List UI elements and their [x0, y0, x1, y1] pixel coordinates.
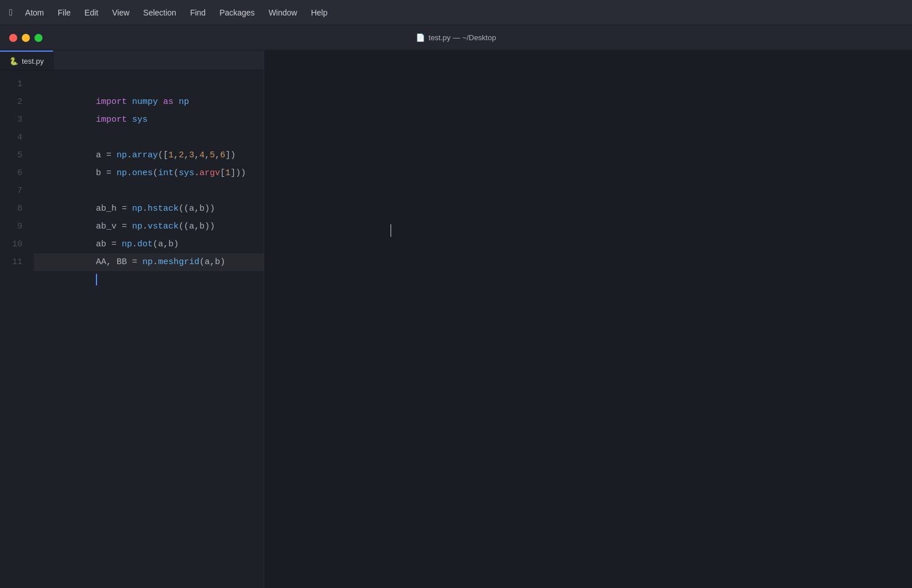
- window-title: 📄 test.py — ~/Desktop: [416, 33, 496, 42]
- python-file-icon: 🐍: [9, 57, 18, 65]
- code-line-8: ab_v = np.vstack((a,b)): [34, 200, 264, 218]
- line-numbers: 1 2 3 4 5 6 7 8 9 10 11: [0, 75, 32, 588]
- menu-file[interactable]: File: [52, 6, 77, 20]
- code-line-5: b = np.ones(int(sys.argv[1])): [34, 146, 264, 164]
- window-controls: [9, 34, 42, 42]
- line-num-5: 5: [0, 146, 22, 164]
- line-num-1: 1: [0, 75, 22, 93]
- apple-menu[interactable]: : [9, 7, 13, 18]
- sidebar: 🐍 test.py 1 2 3 4 5 6 7 8 9 10 11: [0, 51, 264, 588]
- line-num-4: 4: [0, 129, 22, 146]
- line-num-10: 10: [0, 235, 22, 253]
- minimize-button[interactable]: [22, 34, 30, 42]
- line-num-9: 9: [0, 218, 22, 235]
- editor-right-area[interactable]: ⎸: [264, 51, 912, 588]
- line-num-3: 3: [0, 111, 22, 129]
- code-line-7: ab_h = np.hstack((a,b)): [34, 182, 264, 200]
- editor-container: 🐍 test.py 1 2 3 4 5 6 7 8 9 10 11: [0, 51, 912, 588]
- menu-find[interactable]: Find: [184, 6, 211, 20]
- close-button[interactable]: [9, 34, 17, 42]
- right-panel: ⎸: [264, 51, 912, 588]
- file-type-icon: 📄: [416, 33, 425, 42]
- menu-edit[interactable]: Edit: [79, 6, 104, 20]
- menu-help[interactable]: Help: [305, 6, 333, 20]
- menu-packages[interactable]: Packages: [214, 6, 260, 20]
- code-line-3: [34, 111, 264, 129]
- tab-label: test.py: [22, 57, 44, 65]
- menubar:  Atom File Edit View Selection Find Pac…: [0, 0, 912, 25]
- line-num-11: 11: [0, 253, 22, 271]
- code-line-6: [34, 164, 264, 182]
- code-line-11: [34, 253, 264, 271]
- text-cursor: [96, 274, 97, 285]
- menu-view[interactable]: View: [106, 6, 135, 20]
- titlebar: 📄 test.py — ~/Desktop: [0, 25, 912, 51]
- menu-selection[interactable]: Selection: [137, 6, 182, 20]
- line-num-8: 8: [0, 200, 22, 218]
- code-line-1: import numpy as np: [34, 75, 264, 93]
- code-area: 1 2 3 4 5 6 7 8 9 10 11 import numpy a: [0, 71, 264, 588]
- maximize-button[interactable]: [34, 34, 42, 42]
- code-line-2: import sys: [34, 93, 264, 111]
- code-lines: import numpy as np import sys a = np.arr…: [32, 75, 264, 588]
- code-line-4: a = np.array([1,2,3,4,5,6]): [34, 129, 264, 146]
- line-num-7: 7: [0, 182, 22, 200]
- code-line-10: AA, BB = np.meshgrid(a,b): [34, 235, 264, 253]
- title-label: test.py — ~/Desktop: [428, 33, 496, 42]
- menu-window[interactable]: Window: [263, 6, 303, 20]
- tab-bar: 🐍 test.py: [0, 51, 264, 71]
- ibeam-cursor: ⎸: [391, 223, 402, 237]
- code-editor[interactable]: 1 2 3 4 5 6 7 8 9 10 11 import numpy a: [0, 71, 264, 588]
- line-num-2: 2: [0, 93, 22, 111]
- line-num-6: 6: [0, 164, 22, 182]
- menu-atom[interactable]: Atom: [20, 6, 50, 20]
- code-line-9: ab = np.dot(a,b): [34, 218, 264, 235]
- tab-test-py[interactable]: 🐍 test.py: [0, 51, 53, 70]
